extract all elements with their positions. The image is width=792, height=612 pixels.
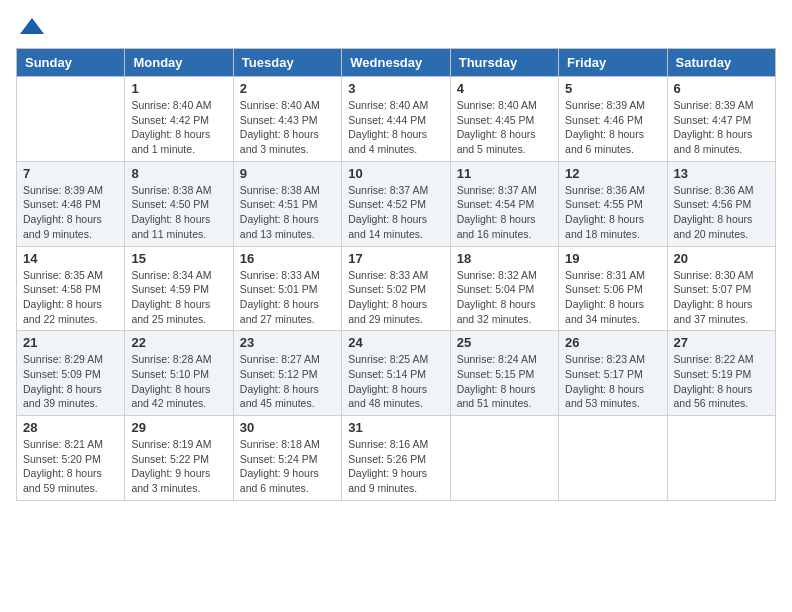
day-info: Sunrise: 8:24 AMSunset: 5:15 PMDaylight:… [457,352,552,411]
day-number: 24 [348,335,443,350]
day-number: 18 [457,251,552,266]
day-number: 13 [674,166,769,181]
day-info: Sunrise: 8:23 AMSunset: 5:17 PMDaylight:… [565,352,660,411]
calendar-cell: 23Sunrise: 8:27 AMSunset: 5:12 PMDayligh… [233,331,341,416]
day-number: 7 [23,166,118,181]
day-number: 16 [240,251,335,266]
calendar-cell: 17Sunrise: 8:33 AMSunset: 5:02 PMDayligh… [342,246,450,331]
day-info: Sunrise: 8:32 AMSunset: 5:04 PMDaylight:… [457,268,552,327]
header-sunday: Sunday [17,49,125,77]
header-tuesday: Tuesday [233,49,341,77]
calendar-cell: 13Sunrise: 8:36 AMSunset: 4:56 PMDayligh… [667,161,775,246]
day-info: Sunrise: 8:35 AMSunset: 4:58 PMDaylight:… [23,268,118,327]
week-row-5: 28Sunrise: 8:21 AMSunset: 5:20 PMDayligh… [17,416,776,501]
day-number: 20 [674,251,769,266]
day-info: Sunrise: 8:39 AMSunset: 4:47 PMDaylight:… [674,98,769,157]
day-info: Sunrise: 8:34 AMSunset: 4:59 PMDaylight:… [131,268,226,327]
calendar-cell: 10Sunrise: 8:37 AMSunset: 4:52 PMDayligh… [342,161,450,246]
header-thursday: Thursday [450,49,558,77]
calendar-cell: 9Sunrise: 8:38 AMSunset: 4:51 PMDaylight… [233,161,341,246]
day-number: 17 [348,251,443,266]
calendar-cell: 26Sunrise: 8:23 AMSunset: 5:17 PMDayligh… [559,331,667,416]
logo [16,16,46,36]
day-info: Sunrise: 8:38 AMSunset: 4:51 PMDaylight:… [240,183,335,242]
day-info: Sunrise: 8:29 AMSunset: 5:09 PMDaylight:… [23,352,118,411]
day-info: Sunrise: 8:39 AMSunset: 4:48 PMDaylight:… [23,183,118,242]
week-row-4: 21Sunrise: 8:29 AMSunset: 5:09 PMDayligh… [17,331,776,416]
day-info: Sunrise: 8:25 AMSunset: 5:14 PMDaylight:… [348,352,443,411]
week-row-2: 7Sunrise: 8:39 AMSunset: 4:48 PMDaylight… [17,161,776,246]
week-row-1: 1Sunrise: 8:40 AMSunset: 4:42 PMDaylight… [17,77,776,162]
day-info: Sunrise: 8:33 AMSunset: 5:01 PMDaylight:… [240,268,335,327]
day-number: 12 [565,166,660,181]
calendar-cell [17,77,125,162]
calendar-cell: 6Sunrise: 8:39 AMSunset: 4:47 PMDaylight… [667,77,775,162]
day-info: Sunrise: 8:38 AMSunset: 4:50 PMDaylight:… [131,183,226,242]
day-info: Sunrise: 8:37 AMSunset: 4:54 PMDaylight:… [457,183,552,242]
day-number: 14 [23,251,118,266]
header-friday: Friday [559,49,667,77]
header-row: SundayMondayTuesdayWednesdayThursdayFrid… [17,49,776,77]
day-number: 26 [565,335,660,350]
calendar-cell [667,416,775,501]
header-wednesday: Wednesday [342,49,450,77]
calendar-cell: 16Sunrise: 8:33 AMSunset: 5:01 PMDayligh… [233,246,341,331]
day-info: Sunrise: 8:39 AMSunset: 4:46 PMDaylight:… [565,98,660,157]
day-number: 6 [674,81,769,96]
day-info: Sunrise: 8:27 AMSunset: 5:12 PMDaylight:… [240,352,335,411]
week-row-3: 14Sunrise: 8:35 AMSunset: 4:58 PMDayligh… [17,246,776,331]
day-number: 27 [674,335,769,350]
day-info: Sunrise: 8:31 AMSunset: 5:06 PMDaylight:… [565,268,660,327]
day-info: Sunrise: 8:33 AMSunset: 5:02 PMDaylight:… [348,268,443,327]
page-header [16,16,776,36]
calendar-cell: 8Sunrise: 8:38 AMSunset: 4:50 PMDaylight… [125,161,233,246]
day-number: 30 [240,420,335,435]
day-info: Sunrise: 8:36 AMSunset: 4:55 PMDaylight:… [565,183,660,242]
calendar-cell: 25Sunrise: 8:24 AMSunset: 5:15 PMDayligh… [450,331,558,416]
day-number: 21 [23,335,118,350]
day-info: Sunrise: 8:18 AMSunset: 5:24 PMDaylight:… [240,437,335,496]
logo-icon [18,16,46,36]
calendar-cell: 14Sunrise: 8:35 AMSunset: 4:58 PMDayligh… [17,246,125,331]
day-info: Sunrise: 8:16 AMSunset: 5:26 PMDaylight:… [348,437,443,496]
calendar-cell [450,416,558,501]
calendar-cell [559,416,667,501]
day-number: 22 [131,335,226,350]
day-info: Sunrise: 8:40 AMSunset: 4:42 PMDaylight:… [131,98,226,157]
calendar-cell: 18Sunrise: 8:32 AMSunset: 5:04 PMDayligh… [450,246,558,331]
day-info: Sunrise: 8:28 AMSunset: 5:10 PMDaylight:… [131,352,226,411]
calendar-cell: 19Sunrise: 8:31 AMSunset: 5:06 PMDayligh… [559,246,667,331]
day-number: 5 [565,81,660,96]
calendar-cell: 15Sunrise: 8:34 AMSunset: 4:59 PMDayligh… [125,246,233,331]
calendar-cell: 31Sunrise: 8:16 AMSunset: 5:26 PMDayligh… [342,416,450,501]
day-number: 19 [565,251,660,266]
day-info: Sunrise: 8:37 AMSunset: 4:52 PMDaylight:… [348,183,443,242]
calendar-cell: 12Sunrise: 8:36 AMSunset: 4:55 PMDayligh… [559,161,667,246]
day-number: 28 [23,420,118,435]
day-info: Sunrise: 8:40 AMSunset: 4:43 PMDaylight:… [240,98,335,157]
day-number: 15 [131,251,226,266]
calendar-cell: 7Sunrise: 8:39 AMSunset: 4:48 PMDaylight… [17,161,125,246]
day-info: Sunrise: 8:19 AMSunset: 5:22 PMDaylight:… [131,437,226,496]
calendar-cell: 11Sunrise: 8:37 AMSunset: 4:54 PMDayligh… [450,161,558,246]
calendar-table: SundayMondayTuesdayWednesdayThursdayFrid… [16,48,776,501]
day-number: 8 [131,166,226,181]
header-saturday: Saturday [667,49,775,77]
day-number: 2 [240,81,335,96]
day-number: 31 [348,420,443,435]
day-number: 10 [348,166,443,181]
calendar-cell: 20Sunrise: 8:30 AMSunset: 5:07 PMDayligh… [667,246,775,331]
calendar-cell: 4Sunrise: 8:40 AMSunset: 4:45 PMDaylight… [450,77,558,162]
day-number: 11 [457,166,552,181]
calendar-cell: 22Sunrise: 8:28 AMSunset: 5:10 PMDayligh… [125,331,233,416]
day-info: Sunrise: 8:36 AMSunset: 4:56 PMDaylight:… [674,183,769,242]
calendar-cell: 30Sunrise: 8:18 AMSunset: 5:24 PMDayligh… [233,416,341,501]
calendar-cell: 28Sunrise: 8:21 AMSunset: 5:20 PMDayligh… [17,416,125,501]
calendar-cell: 27Sunrise: 8:22 AMSunset: 5:19 PMDayligh… [667,331,775,416]
day-info: Sunrise: 8:40 AMSunset: 4:44 PMDaylight:… [348,98,443,157]
calendar-cell: 24Sunrise: 8:25 AMSunset: 5:14 PMDayligh… [342,331,450,416]
day-info: Sunrise: 8:40 AMSunset: 4:45 PMDaylight:… [457,98,552,157]
day-info: Sunrise: 8:30 AMSunset: 5:07 PMDaylight:… [674,268,769,327]
header-monday: Monday [125,49,233,77]
day-number: 29 [131,420,226,435]
